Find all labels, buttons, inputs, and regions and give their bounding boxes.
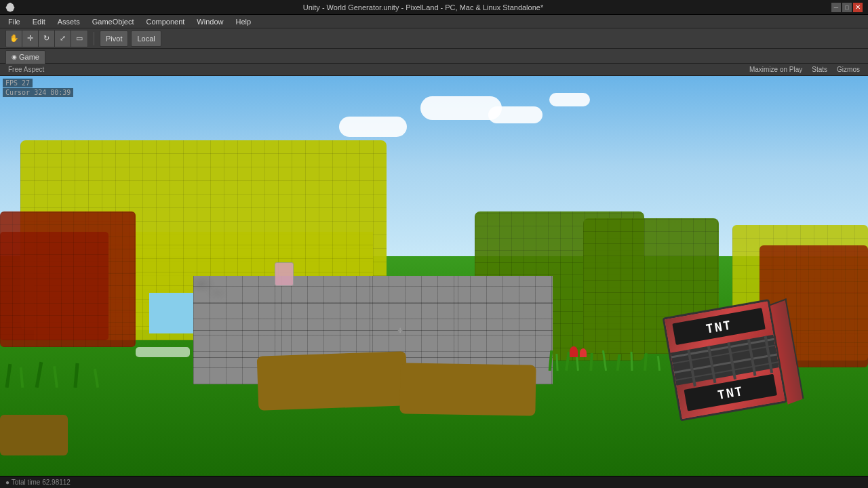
game-viewport[interactable]: + bbox=[0, 76, 868, 476]
title-bar-left bbox=[5, 3, 15, 12]
snow-patch bbox=[136, 347, 190, 357]
mushroom-1 bbox=[570, 346, 578, 357]
game-tab[interactable]: ◉ Game bbox=[5, 50, 45, 64]
rotate-tool-button[interactable]: ↻ bbox=[39, 30, 55, 47]
rect-tool-button[interactable]: ▭ bbox=[71, 30, 87, 47]
scale-tool-button[interactable]: ⤢ bbox=[55, 30, 71, 47]
character-figure bbox=[275, 262, 294, 286]
minimize-button[interactable]: ─ bbox=[831, 3, 841, 12]
menu-bar: File Edit Assets GameObject Component Wi… bbox=[0, 15, 868, 28]
menu-window[interactable]: Window bbox=[191, 16, 229, 27]
mushroom-2 bbox=[580, 348, 587, 357]
status-bar: ● Total time 62.98112 bbox=[0, 476, 868, 488]
maximize-on-play-button[interactable]: Maximize on Play bbox=[747, 65, 805, 74]
tnt-block: TNT TNT bbox=[663, 297, 803, 432]
window-title: Unity - World Generator.unity - PixelLan… bbox=[15, 3, 831, 12]
cloud-2 bbox=[488, 106, 542, 123]
pivot-button[interactable]: Pivot bbox=[100, 31, 127, 46]
stats-button[interactable]: Stats bbox=[809, 65, 830, 74]
hand-tool-button[interactable]: ✋ bbox=[6, 30, 22, 47]
menu-file[interactable]: File bbox=[3, 16, 26, 27]
menu-gameobject[interactable]: GameObject bbox=[87, 16, 140, 27]
close-button[interactable]: ✕ bbox=[853, 3, 863, 12]
grass-tufts-area bbox=[542, 344, 678, 371]
title-bar: Unity - World Generator.unity - PixelLan… bbox=[0, 0, 868, 15]
tnt-label-2: TNT bbox=[716, 383, 745, 401]
cloud-3 bbox=[549, 93, 590, 106]
dirt-patch-2 bbox=[399, 363, 536, 415]
game-panel-header: ◉ Game bbox=[0, 50, 868, 64]
dirt-patch-3 bbox=[0, 415, 68, 455]
local-button[interactable]: Local bbox=[132, 31, 160, 46]
game-panel-toolbar: Free Aspect Maximize on Play Stats Gizmo… bbox=[0, 64, 868, 76]
toolbar-separator-1 bbox=[94, 32, 94, 45]
menu-edit[interactable]: Edit bbox=[27, 16, 51, 27]
local-selector[interactable]: Local bbox=[131, 30, 161, 47]
menu-assets[interactable]: Assets bbox=[52, 16, 85, 27]
game-panel: ◉ Game Free Aspect Maximize on Play Stat… bbox=[0, 50, 868, 476]
toolbar: ✋ ✛ ↻ ⤢ ▭ Pivot Local ▶ ⏸ ⏭ Layers ▾ Lay… bbox=[0, 28, 868, 49]
status-text: ● Total time 62.98112 bbox=[5, 479, 71, 486]
menu-component[interactable]: Component bbox=[140, 16, 190, 27]
menu-help[interactable]: Help bbox=[230, 16, 256, 27]
maximize-button[interactable]: □ bbox=[842, 3, 852, 12]
move-tool-button[interactable]: ✛ bbox=[22, 30, 39, 47]
dirt-patch-1 bbox=[257, 351, 408, 411]
red-tree-far-left bbox=[0, 232, 108, 340]
fps-display: FPS 27 bbox=[3, 79, 33, 87]
tnt-label-1: TNT bbox=[705, 317, 733, 336]
grass-tufts-left bbox=[0, 361, 203, 388]
gizmos-button[interactable]: Gizmos bbox=[834, 65, 863, 74]
cursor-display: Cursor 324 80:39 bbox=[3, 88, 73, 97]
transform-tools: ✋ ✛ ↻ ⤢ ▭ bbox=[5, 30, 88, 47]
pivot-selector[interactable]: Pivot bbox=[100, 30, 128, 47]
cloud-4 bbox=[339, 117, 407, 137]
title-bar-controls[interactable]: ─ □ ✕ bbox=[831, 3, 863, 12]
unity-logo-icon bbox=[5, 3, 15, 12]
game-canvas: + bbox=[0, 76, 868, 476]
aspect-label: Free Aspect bbox=[8, 66, 44, 73]
